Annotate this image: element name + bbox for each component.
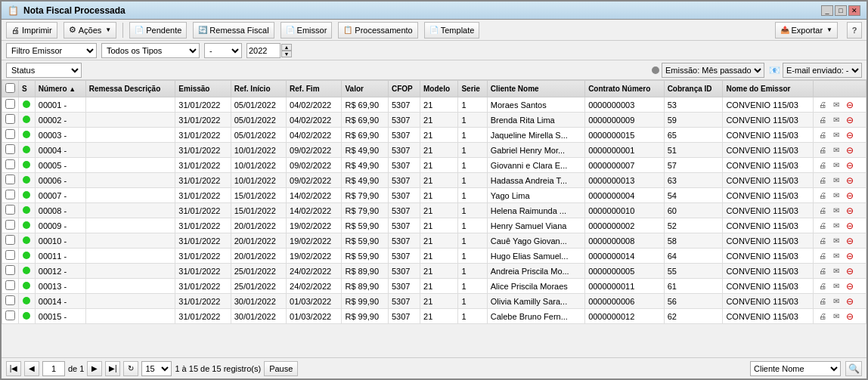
help-button[interactable]: ? bbox=[847, 22, 862, 39]
pause-button[interactable]: Pause bbox=[264, 361, 298, 376]
remessa-button[interactable]: 🔄 Remessa Fiscal bbox=[193, 22, 274, 39]
row-print-button[interactable]: 🖨 bbox=[817, 190, 829, 201]
th-emissor[interactable]: Nome do Emissor bbox=[723, 81, 814, 97]
row-email-button[interactable]: ✉ bbox=[830, 296, 842, 307]
row-email-button[interactable]: ✉ bbox=[830, 100, 842, 110]
row-delete-button[interactable]: ⊖ bbox=[844, 236, 856, 246]
row-print-button[interactable]: 🖨 bbox=[817, 100, 829, 110]
row-print-button[interactable]: 🖨 bbox=[817, 145, 829, 156]
row-email-button[interactable]: ✉ bbox=[830, 251, 842, 261]
row-email-button[interactable]: ✉ bbox=[830, 266, 842, 277]
th-valor[interactable]: Valor bbox=[342, 81, 388, 97]
th-modelo[interactable]: Modelo bbox=[420, 81, 458, 97]
print-button[interactable]: 🖨 Imprimir bbox=[6, 22, 57, 39]
search-button[interactable]: 🔍 bbox=[845, 361, 862, 376]
row-checkbox[interactable] bbox=[5, 190, 15, 199]
next-page-button[interactable]: ▶ bbox=[87, 361, 102, 376]
select-all-checkbox[interactable] bbox=[5, 83, 15, 93]
row-print-button[interactable]: 🖨 bbox=[817, 266, 829, 277]
email-select[interactable]: E-mail enviado: - bbox=[783, 63, 862, 78]
row-email-button[interactable]: ✉ bbox=[830, 160, 842, 171]
rows-per-page-select[interactable]: 15 bbox=[141, 361, 172, 376]
row-delete-button[interactable]: ⊖ bbox=[844, 266, 856, 277]
row-print-button[interactable]: 🖨 bbox=[817, 296, 829, 307]
first-page-button[interactable]: |◀ bbox=[6, 361, 21, 376]
row-checkbox[interactable] bbox=[5, 114, 15, 124]
actions-button[interactable]: ⚙ Ações ▼ bbox=[64, 22, 117, 39]
row-print-button[interactable]: 🖨 bbox=[817, 205, 829, 216]
row-print-button[interactable]: 🖨 bbox=[817, 311, 829, 322]
row-email-button[interactable]: ✉ bbox=[830, 115, 842, 125]
search-field-select[interactable]: Cliente Nome bbox=[750, 361, 841, 376]
row-checkbox[interactable] bbox=[5, 159, 15, 169]
row-print-button[interactable]: 🖨 bbox=[817, 281, 829, 292]
row-delete-button[interactable]: ⊖ bbox=[844, 296, 856, 307]
pending-button[interactable]: 📄 Pendente bbox=[129, 22, 187, 39]
row-email-button[interactable]: ✉ bbox=[830, 221, 842, 231]
th-cfop[interactable]: CFOP bbox=[388, 81, 420, 97]
emission-radio[interactable] bbox=[652, 66, 659, 74]
row-delete-button[interactable]: ⊖ bbox=[844, 251, 856, 261]
year-down-button[interactable]: ▼ bbox=[281, 51, 292, 57]
row-print-button[interactable]: 🖨 bbox=[817, 251, 829, 261]
row-print-button[interactable]: 🖨 bbox=[817, 221, 829, 231]
emission-select[interactable]: Emissão: Mês passado bbox=[662, 63, 764, 78]
th-contrato[interactable]: Contrato Número bbox=[585, 81, 665, 97]
th-ref-inicio[interactable]: Ref. Início bbox=[231, 81, 286, 97]
prev-page-button[interactable]: ◀ bbox=[24, 361, 39, 376]
row-delete-button[interactable]: ⊖ bbox=[844, 160, 856, 171]
refresh-button[interactable]: ↻ bbox=[123, 361, 138, 376]
emissor-filter[interactable]: Filtro Emissor bbox=[6, 43, 97, 58]
row-delete-button[interactable]: ⊖ bbox=[844, 190, 856, 201]
tipos-filter[interactable]: Todos os Tipos bbox=[101, 43, 200, 58]
status-filter[interactable]: Status bbox=[6, 63, 82, 78]
row-print-button[interactable]: 🖨 bbox=[817, 160, 829, 171]
row-checkbox[interactable] bbox=[5, 99, 15, 109]
th-checkbox[interactable] bbox=[2, 81, 19, 97]
dash-filter[interactable]: - bbox=[204, 43, 242, 58]
th-remessa[interactable]: Remessa Descrição bbox=[85, 81, 175, 97]
row-delete-button[interactable]: ⊖ bbox=[844, 175, 856, 186]
export-button[interactable]: 📤 Exportar ▼ bbox=[775, 22, 839, 39]
row-checkbox[interactable] bbox=[5, 310, 15, 320]
row-email-button[interactable]: ✉ bbox=[830, 190, 842, 201]
row-checkbox[interactable] bbox=[5, 295, 15, 305]
row-checkbox[interactable] bbox=[5, 175, 15, 184]
row-email-button[interactable]: ✉ bbox=[830, 205, 842, 216]
row-checkbox[interactable] bbox=[5, 144, 15, 154]
minimize-button[interactable]: _ bbox=[821, 5, 833, 16]
th-numero[interactable]: Número ▲ bbox=[35, 81, 85, 97]
row-delete-button[interactable]: ⊖ bbox=[844, 281, 856, 292]
row-print-button[interactable]: 🖨 bbox=[817, 130, 829, 141]
row-checkbox[interactable] bbox=[5, 235, 15, 245]
row-checkbox[interactable] bbox=[5, 220, 15, 230]
th-emissao[interactable]: Emissão bbox=[175, 81, 231, 97]
row-print-button[interactable]: 🖨 bbox=[817, 236, 829, 246]
row-email-button[interactable]: ✉ bbox=[830, 236, 842, 246]
row-checkbox[interactable] bbox=[5, 265, 15, 275]
template-button[interactable]: 📄 Template bbox=[424, 22, 480, 39]
row-email-button[interactable]: ✉ bbox=[830, 311, 842, 322]
row-checkbox[interactable] bbox=[5, 129, 15, 139]
th-status[interactable]: S bbox=[19, 81, 36, 97]
row-print-button[interactable]: 🖨 bbox=[817, 175, 829, 186]
emissor-button[interactable]: 📄 Emissor bbox=[281, 22, 333, 39]
row-delete-button[interactable]: ⊖ bbox=[844, 205, 856, 216]
row-email-button[interactable]: ✉ bbox=[830, 145, 842, 156]
row-delete-button[interactable]: ⊖ bbox=[844, 145, 856, 156]
restore-button[interactable]: □ bbox=[835, 5, 847, 16]
row-checkbox[interactable] bbox=[5, 280, 15, 290]
row-delete-button[interactable]: ⊖ bbox=[844, 115, 856, 125]
row-delete-button[interactable]: ⊖ bbox=[844, 130, 856, 141]
close-button[interactable]: ✕ bbox=[848, 5, 860, 16]
th-cliente[interactable]: Cliente Nome bbox=[487, 81, 584, 97]
th-cobranca[interactable]: Cobrança ID bbox=[664, 81, 723, 97]
page-input[interactable] bbox=[42, 361, 65, 376]
last-page-button[interactable]: ▶| bbox=[105, 361, 120, 376]
row-email-button[interactable]: ✉ bbox=[830, 281, 842, 292]
row-email-button[interactable]: ✉ bbox=[830, 130, 842, 141]
row-checkbox[interactable] bbox=[5, 205, 15, 215]
year-input[interactable] bbox=[246, 43, 281, 58]
row-checkbox[interactable] bbox=[5, 250, 15, 260]
row-delete-button[interactable]: ⊖ bbox=[844, 100, 856, 110]
